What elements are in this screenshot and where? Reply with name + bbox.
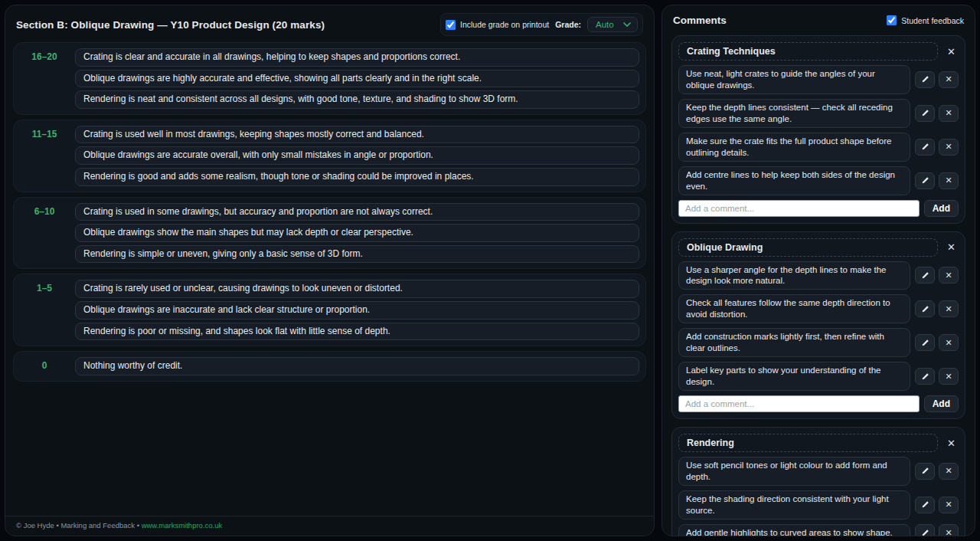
footer-link[interactable]: www.marksmithpro.co.uk xyxy=(142,521,223,530)
grade-band-criteria: Crating is used in some drawings, but ac… xyxy=(75,203,639,264)
pencil-icon xyxy=(921,271,929,280)
criterion-row[interactable]: Rendering is good and adds some realism,… xyxy=(75,168,639,186)
delete-comment-button[interactable]: ✕ xyxy=(939,71,959,88)
edit-comment-button[interactable] xyxy=(915,463,935,480)
criterion-row[interactable]: Rendering is simple or uneven, giving on… xyxy=(75,245,639,264)
edit-comment-button[interactable] xyxy=(915,524,935,536)
close-icon: ✕ xyxy=(945,108,952,118)
edit-comment-button[interactable] xyxy=(915,368,935,385)
grade-controls: Include grade on printout Grade: Auto xyxy=(440,13,643,36)
remove-section-button[interactable]: ✕ xyxy=(944,45,959,58)
comment-text[interactable]: Label key parts to show your understandi… xyxy=(678,362,910,391)
delete-comment-button[interactable]: ✕ xyxy=(939,105,959,122)
edit-comment-button[interactable] xyxy=(915,105,935,122)
include-grade-checkbox[interactable] xyxy=(446,20,456,30)
comment-row: Check all features follow the same depth… xyxy=(678,294,959,323)
comment-text[interactable]: Add construction marks lightly first, th… xyxy=(678,328,910,357)
grade-range-label: 16–20 xyxy=(14,48,75,62)
student-feedback-checkbox[interactable] xyxy=(887,15,897,25)
add-comment-input[interactable] xyxy=(678,395,920,412)
close-icon: ✕ xyxy=(945,338,952,348)
grade-range-label: 6–10 xyxy=(14,203,75,217)
criterion-row[interactable]: Crating is used well in most drawings, k… xyxy=(75,126,639,144)
pencil-icon xyxy=(921,143,929,151)
edit-comment-button[interactable] xyxy=(915,334,935,351)
comment-actions: ✕ xyxy=(915,368,959,385)
comment-section: Oblique Drawing ✕ Use a sharper angle fo… xyxy=(671,231,965,420)
delete-comment-button[interactable]: ✕ xyxy=(939,267,959,284)
delete-comment-button[interactable]: ✕ xyxy=(939,172,959,189)
comment-sections: Crating Techniques ✕ Use neat, light cra… xyxy=(671,28,965,536)
criterion-row[interactable]: Rendering is poor or missing, and shapes… xyxy=(75,323,639,341)
comment-text[interactable]: Add centre lines to help keep both sides… xyxy=(678,166,910,195)
edit-comment-button[interactable] xyxy=(915,139,935,156)
section-heading[interactable]: Crating Techniques xyxy=(678,42,938,61)
grade-band-criteria: Crating is clear and accurate in all dra… xyxy=(75,48,639,109)
close-icon: ✕ xyxy=(945,528,952,536)
student-feedback-option[interactable]: Student feedback xyxy=(887,15,964,25)
comment-actions: ✕ xyxy=(915,524,959,536)
edit-comment-button[interactable] xyxy=(915,497,935,513)
criterion-row[interactable]: Crating is rarely used or unclear, causi… xyxy=(75,280,639,298)
edit-comment-button[interactable] xyxy=(915,267,935,284)
delete-comment-button[interactable]: ✕ xyxy=(939,139,959,156)
edit-comment-button[interactable] xyxy=(915,172,935,189)
comment-actions: ✕ xyxy=(915,300,959,317)
delete-comment-button[interactable]: ✕ xyxy=(939,300,959,317)
comments-title: Comments xyxy=(673,15,727,26)
pencil-icon xyxy=(921,529,929,536)
delete-comment-button[interactable]: ✕ xyxy=(939,368,959,385)
add-comment-input[interactable] xyxy=(678,200,920,217)
criterion-row[interactable]: Oblique drawings are accurate overall, w… xyxy=(75,146,639,165)
grade-range-label: 1–5 xyxy=(14,280,75,293)
criterion-row[interactable]: Crating is used in some drawings, but ac… xyxy=(75,203,639,221)
criterion-row[interactable]: Oblique drawings are inaccurate and lack… xyxy=(75,301,639,320)
comment-text[interactable]: Keep the depth lines consistent — check … xyxy=(678,99,910,128)
criterion-row[interactable]: Crating is clear and accurate in all dra… xyxy=(75,48,639,67)
delete-comment-button[interactable]: ✕ xyxy=(939,334,959,351)
add-comment-button[interactable]: Add xyxy=(924,200,959,217)
pencil-icon xyxy=(921,75,929,84)
pencil-icon xyxy=(921,500,929,509)
remove-section-button[interactable]: ✕ xyxy=(944,241,959,254)
close-icon: ✕ xyxy=(947,241,956,253)
grade-select[interactable]: Auto xyxy=(587,17,638,32)
comment-row: Label key parts to show your understandi… xyxy=(678,362,959,391)
criterion-row[interactable]: Oblique drawings show the main shapes bu… xyxy=(75,224,639,242)
comment-actions: ✕ xyxy=(915,334,959,351)
rubric-header: Section B: Oblique Drawing — Y10 Product… xyxy=(5,5,654,42)
section-heading[interactable]: Rendering xyxy=(678,434,938,452)
grade-band: 0 Nothing worthy of credit. xyxy=(13,351,646,382)
comment-text[interactable]: Keep the shading direction consistent wi… xyxy=(678,490,910,520)
pencil-icon xyxy=(921,467,929,475)
close-icon: ✕ xyxy=(945,142,952,152)
include-grade-option[interactable]: Include grade on printout xyxy=(446,20,549,30)
comment-actions: ✕ xyxy=(915,267,959,284)
comment-text[interactable]: Use a sharper angle for the depth lines … xyxy=(678,261,910,290)
comment-text[interactable]: Make sure the crate fits the full produc… xyxy=(678,133,910,162)
comment-section: Rendering ✕ Use soft pencil tones or lig… xyxy=(671,427,965,536)
criterion-row[interactable]: Nothing worthy of credit. xyxy=(75,357,639,375)
comment-actions: ✕ xyxy=(915,105,959,122)
add-comment-button[interactable]: Add xyxy=(924,395,959,412)
close-icon: ✕ xyxy=(945,466,952,476)
comment-row: Use a sharper angle for the depth lines … xyxy=(678,261,959,290)
delete-comment-button[interactable]: ✕ xyxy=(939,497,959,513)
comment-row: Add construction marks lightly first, th… xyxy=(678,328,959,357)
section-heading[interactable]: Oblique Drawing xyxy=(678,238,938,257)
comment-row: Use neat, light crates to guide the angl… xyxy=(678,65,959,94)
comment-text[interactable]: Use neat, light crates to guide the angl… xyxy=(678,65,910,94)
delete-comment-button[interactable]: ✕ xyxy=(939,463,959,480)
comment-text[interactable]: Check all features follow the same depth… xyxy=(678,294,910,323)
delete-comment-button[interactable]: ✕ xyxy=(939,524,959,536)
criterion-row[interactable]: Rendering is neat and consistent across … xyxy=(75,90,639,109)
criterion-row[interactable]: Oblique drawings are highly accurate and… xyxy=(75,70,639,88)
edit-comment-button[interactable] xyxy=(915,71,935,88)
pencil-icon xyxy=(921,372,929,381)
remove-section-button[interactable]: ✕ xyxy=(944,437,959,450)
comment-text[interactable]: Add gentle highlights to curved areas to… xyxy=(678,524,910,536)
section-comments: Use soft pencil tones or light colour to… xyxy=(678,457,959,536)
edit-comment-button[interactable] xyxy=(915,300,935,317)
comment-text[interactable]: Use soft pencil tones or light colour to… xyxy=(678,457,910,486)
comment-actions: ✕ xyxy=(915,71,959,88)
